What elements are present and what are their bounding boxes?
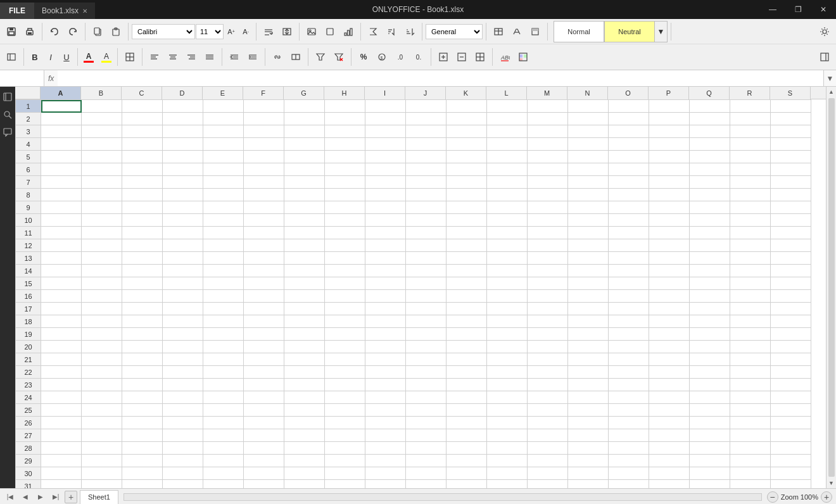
cell-O24[interactable] — [609, 391, 649, 404]
cell-Q15[interactable] — [690, 277, 730, 290]
cell-A8[interactable] — [41, 189, 82, 201]
cell-F1[interactable] — [244, 100, 284, 113]
cell-S5[interactable] — [771, 151, 811, 163]
cell-L6[interactable] — [487, 163, 528, 176]
col-header-N[interactable]: N — [567, 87, 608, 99]
cell-R6[interactable] — [730, 163, 771, 176]
cell-L28[interactable] — [487, 442, 528, 455]
cell-Q21[interactable] — [690, 353, 730, 366]
cell-J1[interactable] — [406, 100, 446, 113]
cell-P21[interactable] — [649, 353, 690, 366]
clear-filter-button[interactable] — [330, 46, 348, 68]
cell-F30[interactable] — [244, 467, 284, 480]
cell-I8[interactable] — [365, 189, 406, 201]
cell-N28[interactable] — [568, 442, 609, 455]
cell-G17[interactable] — [284, 303, 325, 315]
cell-I23[interactable] — [365, 379, 406, 391]
cell-H25[interactable] — [325, 404, 365, 417]
cell-E31[interactable] — [203, 480, 244, 489]
col-header-E[interactable]: E — [203, 87, 243, 99]
cell-M5[interactable] — [528, 151, 568, 163]
col-header-Q[interactable]: Q — [689, 87, 730, 99]
cell-E29[interactable] — [203, 455, 244, 467]
cell-M20[interactable] — [528, 341, 568, 353]
cell-P17[interactable] — [649, 303, 690, 315]
cell-P19[interactable] — [649, 328, 690, 341]
border-button[interactable] — [121, 46, 139, 68]
align-center-button[interactable] — [164, 46, 182, 68]
cell-A16[interactable] — [41, 290, 82, 303]
cell-O3[interactable] — [609, 125, 649, 138]
merge2-button[interactable] — [287, 46, 305, 68]
cell-R5[interactable] — [730, 151, 771, 163]
cell-L7[interactable] — [487, 176, 528, 189]
cell-style-neutral[interactable]: Neutral — [604, 21, 655, 42]
cell-B1[interactable] — [82, 100, 122, 113]
cell-D8[interactable] — [163, 189, 203, 201]
cell-L1[interactable] — [487, 100, 528, 113]
cell-J27[interactable] — [406, 429, 446, 442]
cell-N20[interactable] — [568, 341, 609, 353]
cell-J13[interactable] — [406, 252, 446, 265]
cell-A2[interactable] — [41, 113, 82, 125]
indent-less-button[interactable] — [225, 46, 243, 68]
cell-D27[interactable] — [163, 429, 203, 442]
cell-C14[interactable] — [122, 265, 163, 277]
cell-H17[interactable] — [325, 303, 365, 315]
cell-Q6[interactable] — [690, 163, 730, 176]
cell-J6[interactable] — [406, 163, 446, 176]
row-num-10[interactable]: 10 — [16, 214, 41, 227]
sidebar-toggle-button[interactable] — [3, 46, 20, 68]
cell-L20[interactable] — [487, 341, 528, 353]
cell-K18[interactable] — [446, 315, 487, 328]
font-size-select[interactable]: 11 — [196, 24, 224, 39]
cell-E22[interactable] — [203, 366, 244, 379]
cell-M14[interactable] — [528, 265, 568, 277]
cell-K29[interactable] — [446, 455, 487, 467]
cell-K14[interactable] — [446, 265, 487, 277]
cell-B12[interactable] — [82, 239, 122, 252]
cell-F20[interactable] — [244, 341, 284, 353]
cell-B13[interactable] — [82, 252, 122, 265]
cell-L21[interactable] — [487, 353, 528, 366]
cell-R13[interactable] — [730, 252, 771, 265]
cell-G4[interactable] — [284, 138, 325, 151]
col-header-P[interactable]: P — [649, 87, 689, 99]
row-num-21[interactable]: 21 — [16, 353, 41, 366]
cell-S10[interactable] — [771, 214, 811, 227]
cell-J31[interactable] — [406, 480, 446, 489]
cell-E2[interactable] — [203, 113, 244, 125]
cell-P18[interactable] — [649, 315, 690, 328]
cell-B31[interactable] — [82, 480, 122, 489]
cell-N18[interactable] — [568, 315, 609, 328]
cell-G9[interactable] — [284, 201, 325, 214]
cell-S28[interactable] — [771, 442, 811, 455]
col-header-S[interactable]: S — [770, 87, 811, 99]
cell-B22[interactable] — [82, 366, 122, 379]
cell-R23[interactable] — [730, 379, 771, 391]
cell-S21[interactable] — [771, 353, 811, 366]
cell-C17[interactable] — [122, 303, 163, 315]
cell-C15[interactable] — [122, 277, 163, 290]
cell-K4[interactable] — [446, 138, 487, 151]
cell-A24[interactable] — [41, 391, 82, 404]
cell-N8[interactable] — [568, 189, 609, 201]
cell-F22[interactable] — [244, 366, 284, 379]
cell-P16[interactable] — [649, 290, 690, 303]
cell-G2[interactable] — [284, 113, 325, 125]
cell-E3[interactable] — [203, 125, 244, 138]
cell-R26[interactable] — [730, 417, 771, 429]
cell-R31[interactable] — [730, 480, 771, 489]
row-num-13[interactable]: 13 — [16, 252, 41, 265]
cell-A25[interactable] — [41, 404, 82, 417]
cell-N3[interactable] — [568, 125, 609, 138]
cell-Q27[interactable] — [690, 429, 730, 442]
cell-S20[interactable] — [771, 341, 811, 353]
cell-P29[interactable] — [649, 455, 690, 467]
cell-Q18[interactable] — [690, 315, 730, 328]
cell-M8[interactable] — [528, 189, 568, 201]
cell-L23[interactable] — [487, 379, 528, 391]
cell-R7[interactable] — [730, 176, 771, 189]
cell-N4[interactable] — [568, 138, 609, 151]
cell-N26[interactable] — [568, 417, 609, 429]
